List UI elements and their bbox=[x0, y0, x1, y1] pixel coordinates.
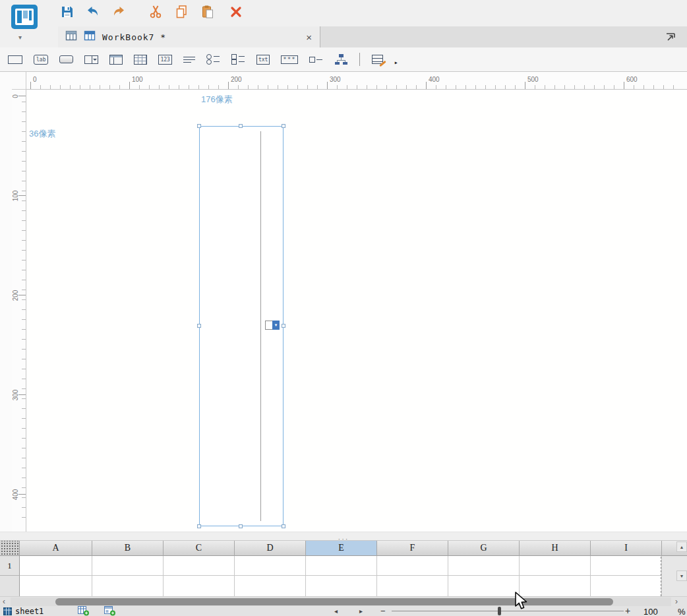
sheet-nav-next-icon[interactable]: ▸ bbox=[359, 607, 363, 615]
cell-I1[interactable] bbox=[591, 556, 662, 576]
selection-handle-se[interactable] bbox=[282, 524, 285, 528]
hscroll-thumb[interactable] bbox=[55, 598, 613, 605]
cell-I2[interactable] bbox=[591, 576, 662, 596]
radio-group-icon[interactable] bbox=[206, 54, 220, 65]
cell-C2[interactable] bbox=[164, 576, 235, 596]
v-ruler-label: 200 bbox=[12, 287, 20, 304]
textarea-icon[interactable] bbox=[183, 55, 195, 64]
cell-D2[interactable] bbox=[235, 576, 306, 596]
tab-close-icon[interactable]: × bbox=[306, 32, 312, 42]
selection-handle-e[interactable] bbox=[282, 324, 285, 328]
password-icon[interactable]: *** bbox=[281, 55, 297, 64]
selection-handle-nw[interactable] bbox=[197, 124, 201, 128]
cell-H1[interactable] bbox=[520, 556, 591, 576]
app-logo-icon[interactable] bbox=[11, 4, 38, 30]
cell-C1[interactable] bbox=[164, 556, 235, 576]
column-header-A[interactable]: A bbox=[20, 541, 92, 556]
scroll-up-icon[interactable]: ▲ bbox=[676, 541, 687, 552]
query-icon[interactable] bbox=[372, 55, 383, 64]
label-icon[interactable]: lab bbox=[34, 55, 48, 65]
hscroll-track[interactable] bbox=[11, 598, 671, 606]
undo-icon[interactable] bbox=[84, 5, 102, 22]
cut-icon[interactable] bbox=[147, 5, 165, 22]
logo-dropdown-icon[interactable]: ▾ bbox=[18, 34, 22, 41]
cell-A2[interactable] bbox=[20, 576, 92, 596]
tab-workbook7[interactable]: WorkBook7 * × bbox=[58, 26, 320, 47]
column-header-C[interactable]: C bbox=[164, 541, 235, 556]
table-tree-icon[interactable] bbox=[109, 55, 123, 65]
cell-E1[interactable] bbox=[306, 556, 377, 576]
cell-B1[interactable] bbox=[92, 556, 164, 576]
scroll-left-icon[interactable]: ‹ bbox=[3, 597, 5, 607]
column-headers: ABCDEFGHI bbox=[0, 541, 687, 556]
row-header-2[interactable] bbox=[0, 576, 20, 596]
zoom-slider-thumb[interactable] bbox=[498, 607, 501, 615]
grid-icon[interactable] bbox=[134, 55, 147, 65]
v-ruler-label: 300 bbox=[12, 386, 20, 404]
save-icon[interactable] bbox=[58, 5, 76, 22]
report-active-icon[interactable] bbox=[83, 29, 96, 45]
selected-widget[interactable]: ▾ bbox=[199, 126, 284, 526]
column-header-B[interactable]: B bbox=[92, 541, 164, 556]
pane-splitter[interactable]: ··· bbox=[0, 532, 687, 541]
cell-D1[interactable] bbox=[235, 556, 306, 576]
v-ruler-label: 0 bbox=[12, 88, 20, 105]
combobox-widget-preview[interactable]: ▾ bbox=[265, 321, 280, 330]
delete-icon[interactable] bbox=[227, 5, 245, 22]
column-header-H[interactable]: H bbox=[520, 541, 591, 556]
checkbox-icon[interactable] bbox=[309, 56, 323, 63]
cell-H2[interactable] bbox=[520, 576, 591, 596]
expand-icon[interactable]: ▸ bbox=[394, 59, 398, 65]
top-chrome: ▾ bbox=[0, 0, 687, 47]
scroll-down-icon[interactable]: ▼ bbox=[676, 570, 687, 581]
cell-G2[interactable] bbox=[448, 576, 520, 596]
selection-handle-s[interactable] bbox=[239, 524, 243, 528]
button-icon[interactable] bbox=[59, 55, 73, 63]
checkbox-group-icon[interactable] bbox=[231, 54, 245, 65]
report-block-icon[interactable] bbox=[8, 55, 22, 64]
column-header-G[interactable]: G bbox=[448, 541, 520, 556]
tab-strip: WorkBook7 * × bbox=[58, 26, 687, 47]
column-header-E[interactable]: E bbox=[306, 541, 377, 556]
column-header-D[interactable]: D bbox=[235, 541, 306, 556]
sheet-tab[interactable]: sheet1 bbox=[3, 607, 44, 616]
text-icon[interactable]: txt bbox=[256, 55, 270, 65]
number-icon[interactable]: 123 bbox=[158, 55, 171, 65]
design-canvas[interactable]: 176像素 36像素 ▾ bbox=[26, 90, 687, 532]
cell-G1[interactable] bbox=[448, 556, 520, 576]
sheet-nav-prev-icon[interactable]: ◂ bbox=[334, 607, 338, 615]
row-header-1[interactable]: 1 bbox=[0, 556, 20, 576]
copy-icon[interactable] bbox=[173, 5, 191, 22]
horizontal-scrollbar[interactable]: ‹ › bbox=[0, 596, 687, 607]
scroll-right-icon[interactable]: › bbox=[675, 597, 678, 607]
cell-A1[interactable] bbox=[20, 556, 92, 576]
insert-form-sheet-button[interactable] bbox=[104, 606, 116, 616]
redo-icon[interactable] bbox=[109, 5, 127, 22]
report-new-icon[interactable] bbox=[65, 29, 78, 45]
column-header-F[interactable]: F bbox=[377, 541, 448, 556]
cell-B2[interactable] bbox=[92, 576, 164, 596]
cell-F2[interactable] bbox=[377, 576, 448, 596]
selection-handle-w[interactable] bbox=[197, 324, 201, 328]
cell-F1[interactable] bbox=[377, 556, 448, 576]
ruler-corner bbox=[12, 72, 26, 90]
page-break-line bbox=[661, 557, 661, 596]
zoom-in-button[interactable]: + bbox=[625, 605, 630, 616]
v-ruler: 0100200300400 bbox=[12, 90, 26, 532]
selection-handle-n[interactable] bbox=[239, 124, 243, 128]
zoom-slider[interactable] bbox=[392, 611, 624, 611]
selection-handle-ne[interactable] bbox=[282, 124, 285, 128]
zoom-out-button[interactable]: − bbox=[380, 606, 386, 616]
paste-icon[interactable] bbox=[198, 5, 216, 22]
dock-corner-icon[interactable] bbox=[665, 32, 676, 45]
insert-grid-sheet-button[interactable] bbox=[78, 606, 90, 616]
tree-icon[interactable] bbox=[334, 54, 347, 65]
combobox-icon[interactable] bbox=[84, 55, 98, 64]
zoom-percent: % bbox=[678, 607, 686, 616]
tab-icons bbox=[65, 29, 96, 45]
select-all-corner[interactable] bbox=[0, 541, 20, 556]
column-header-I[interactable]: I bbox=[591, 541, 662, 556]
cell-E2[interactable] bbox=[306, 576, 377, 596]
selection-handle-sw[interactable] bbox=[197, 524, 201, 528]
vertical-scrollbar[interactable]: ▲ ▼ bbox=[676, 541, 687, 584]
